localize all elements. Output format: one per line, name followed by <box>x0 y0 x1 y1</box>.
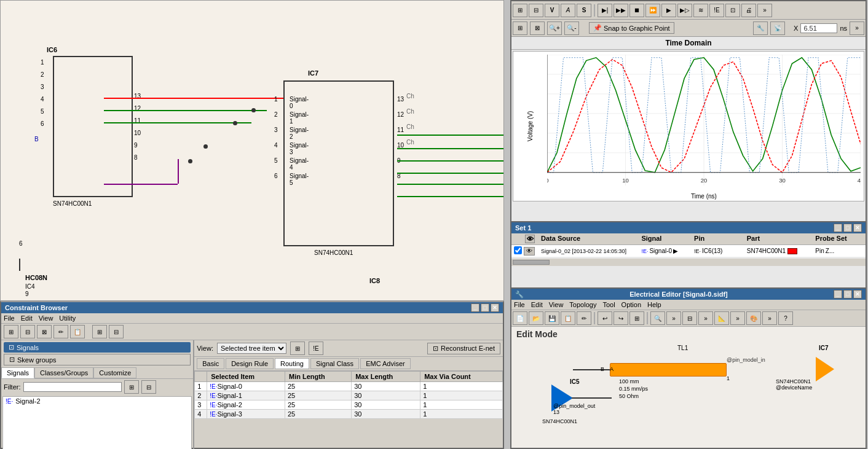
set1-probe: Pin Z... <box>813 247 866 255</box>
elec-tb3[interactable]: 💾 <box>545 311 559 325</box>
view-select[interactable]: Selected tree item <box>217 343 286 354</box>
elec-tb8[interactable]: ⊞ <box>629 311 644 325</box>
cb-tb5[interactable]: 📋 <box>70 325 85 338</box>
elec-tb14[interactable]: » <box>730 311 745 325</box>
col-num <box>195 372 207 382</box>
filter-input[interactable] <box>23 382 122 392</box>
elec-tb4[interactable]: 📋 <box>561 311 575 325</box>
elec-tb5[interactable]: ✏ <box>577 311 591 325</box>
snap-button[interactable]: 📌 Snap to Graphic Point <box>589 22 674 34</box>
waveform-zoom-in[interactable]: 🔍+ <box>547 21 562 35</box>
waveform-tb-btn8[interactable]: ⏹ <box>629 4 644 17</box>
cb-menu-file[interactable]: File <box>4 314 15 322</box>
elec-help[interactable]: ? <box>778 311 793 325</box>
elec-menu-tool[interactable]: Tool <box>602 301 615 308</box>
cb-tb4[interactable]: ✏ <box>53 325 68 338</box>
set1-minimize[interactable]: _ <box>834 224 842 232</box>
elec-menu-topology[interactable]: Topology <box>569 301 596 308</box>
cb-rt-tab-signal-class[interactable]: Signal Class <box>310 358 359 369</box>
cb-menu-edit[interactable]: Edit <box>21 314 33 322</box>
waveform-tb-btn12[interactable]: ≋ <box>693 4 708 17</box>
wire-signal0 <box>104 98 285 99</box>
chart-canvas: 0 0.5 1 1.5 2 2.5 3 0 10 20 30 40 <box>547 55 861 185</box>
view-btn2[interactable]: !E <box>309 342 323 355</box>
set1-row-check[interactable] <box>514 246 522 254</box>
junction3 <box>203 144 208 149</box>
elec-tb12[interactable]: » <box>698 311 713 325</box>
waveform-tb-btn10[interactable]: ▶ <box>661 4 676 17</box>
elec-redo[interactable]: ↪ <box>614 311 628 325</box>
elec-tb13[interactable]: 📐 <box>714 311 729 325</box>
elec-tb2[interactable]: 📂 <box>529 311 543 325</box>
cb-right-tabs: Basic Design Rule Routing Signal Class E… <box>194 357 503 371</box>
elec-menu-option[interactable]: Option <box>621 301 641 308</box>
cb-menu-utility[interactable]: Utility <box>59 314 76 322</box>
elec-menu-view[interactable]: View <box>549 301 564 308</box>
cb-minimize[interactable]: _ <box>471 303 479 312</box>
set1-restore[interactable]: □ <box>843 224 852 232</box>
cb-tab-customize[interactable]: Customize <box>93 367 136 378</box>
elec-menu-edit[interactable]: Edit <box>531 301 543 308</box>
waveform-tb-btn13[interactable]: !E <box>709 4 724 17</box>
elec-restore[interactable]: □ <box>843 290 852 299</box>
signals-button[interactable]: ⊡ Signals <box>4 342 191 353</box>
elec-tb16[interactable]: » <box>762 311 777 325</box>
waveform-tb-btn9[interactable]: ⏩ <box>645 4 660 17</box>
probe-tool[interactable]: 📡 <box>770 21 785 35</box>
waveform-zoom-all[interactable]: ⊠ <box>530 21 545 35</box>
cb-rt-tab-design-rule[interactable]: Design Rule <box>226 358 274 369</box>
cb-tb1[interactable]: ⊞ <box>4 325 18 338</box>
waveform-tb-btn1[interactable]: ⊞ <box>513 4 527 17</box>
skew-button[interactable]: ⊡ Skew groups <box>4 354 191 365</box>
elec-zoom2[interactable]: » <box>666 311 681 325</box>
waveform-zoom-out[interactable]: 🔍- <box>564 21 579 35</box>
cb-tb7[interactable]: ⊟ <box>109 325 124 338</box>
waveform-tb-btn15[interactable]: 🖨 <box>741 4 756 17</box>
cursor-tool[interactable]: 🔧 <box>753 21 768 35</box>
cb-rt-tab-routing[interactable]: Routing <box>275 358 309 369</box>
elec-close[interactable]: ✕ <box>853 290 862 299</box>
cb-close[interactable]: ✕ <box>491 303 499 312</box>
waveform-tb-btn11[interactable]: ▶▷ <box>677 4 692 17</box>
wire-right5 <box>397 184 504 185</box>
filter-btn1[interactable]: ⊞ <box>124 380 139 394</box>
waveform-tb-btn6[interactable]: ▶| <box>598 4 612 17</box>
elec-tb15[interactable]: 🎨 <box>746 311 761 325</box>
waveform-tb-btn2[interactable]: ⊟ <box>529 4 543 17</box>
set1-scrollbar[interactable] <box>511 259 866 266</box>
elec-menu-help[interactable]: Help <box>647 301 661 308</box>
waveform-more[interactable]: » <box>757 4 772 17</box>
waveform-toolbar2: ⊞ ⊠ 🔍+ 🔍- 📌 Snap to Graphic Point 🔧 📡 X … <box>511 20 866 37</box>
elec-tb11[interactable]: ⊟ <box>682 311 697 325</box>
cb-tb2[interactable]: ⊟ <box>20 325 35 338</box>
waveform-tb-btn14[interactable]: ⊡ <box>725 4 740 17</box>
wire-right6 <box>397 196 504 197</box>
elec-undo[interactable]: ↩ <box>598 311 612 325</box>
waveform-tb-btn7[interactable]: ▶▶ <box>614 4 628 17</box>
waveform-zoom-rect[interactable]: ⊞ <box>513 21 527 35</box>
cb-rt-tab-emc[interactable]: EMC Adviser <box>360 358 411 369</box>
signal-item-0[interactable]: !E· Signal-2 <box>3 397 191 405</box>
elec-menu-file[interactable]: File <box>514 301 525 308</box>
cb-menu-view[interactable]: View <box>39 314 53 322</box>
elec-zoom1[interactable]: 🔍 <box>650 311 665 325</box>
elec-tb1[interactable]: 📄 <box>513 311 527 325</box>
cb-tab-signals[interactable]: Signals <box>1 367 34 378</box>
set1-eye-icon: 👁 <box>524 247 535 256</box>
cb-tb3[interactable]: ⊠ <box>37 325 52 338</box>
waveform-tb-btn3[interactable]: V <box>545 4 559 17</box>
waveform-tb-btn5[interactable]: S <box>577 4 591 17</box>
waveform-tb-btn4[interactable]: A <box>561 4 575 17</box>
more-btn2[interactable]: » <box>850 21 864 35</box>
cb-restore[interactable]: □ <box>481 303 489 312</box>
view-btn1[interactable]: ⊞ <box>290 342 305 355</box>
elec-minimize[interactable]: _ <box>834 290 842 299</box>
cb-tab-classes[interactable]: Classes/Groups <box>34 367 93 378</box>
filter-btn2[interactable]: ⊟ <box>141 380 156 394</box>
cb-rt-tab-basic[interactable]: Basic <box>197 358 224 369</box>
sn-label1: SN74HC00N1 <box>542 418 577 424</box>
set1-close[interactable]: ✕ <box>853 224 862 232</box>
cb-tb6[interactable]: ⊞ <box>92 325 107 338</box>
reconstruct-button[interactable]: ⊡ Reconstruct E-net <box>427 343 500 354</box>
x-coord-input[interactable] <box>800 23 837 33</box>
